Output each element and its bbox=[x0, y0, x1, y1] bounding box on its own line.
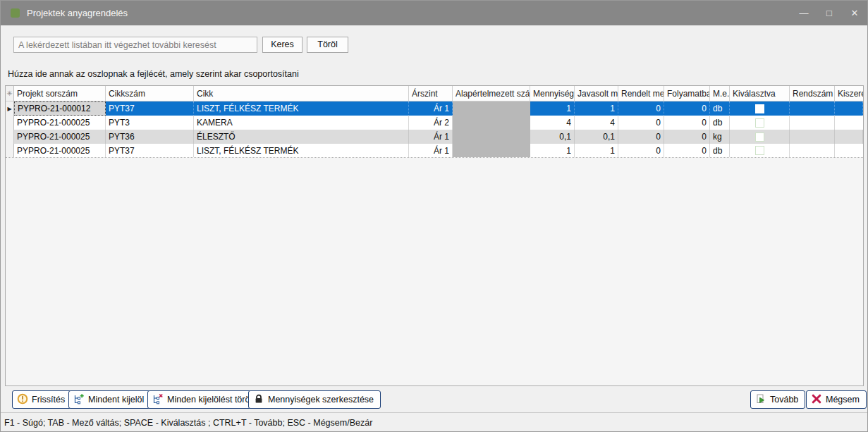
row-checkbox[interactable] bbox=[755, 118, 764, 128]
window-controls: — □ ✕ bbox=[791, 1, 867, 25]
clear-search-button[interactable]: Töröl bbox=[307, 37, 348, 53]
table-row[interactable]: ▶ PYPRO-21-000012 PYT37 LISZT, FÉLKÉSZ T… bbox=[6, 101, 863, 116]
cell-cikk[interactable]: LISZT, FÉLKÉSZ TERMÉK bbox=[194, 144, 409, 157]
search-button[interactable]: Keres bbox=[262, 37, 302, 53]
cell-alapertelmezett-szallito[interactable] bbox=[453, 116, 530, 130]
cell-me[interactable]: db bbox=[710, 144, 730, 157]
cell-cikkszam[interactable]: PYT37 bbox=[106, 144, 194, 157]
cell-alapertelmezett-szallito[interactable] bbox=[453, 101, 530, 116]
cell-rendelt-mennyiseg[interactable]: 0 bbox=[618, 101, 664, 116]
cell-kiszereles[interactable] bbox=[835, 101, 863, 116]
clear-selection-tree-icon bbox=[152, 393, 164, 407]
cell-javasolt-mennyiseg[interactable]: 1 bbox=[575, 101, 618, 116]
cell-projekt-sorszam[interactable]: PYPRO-21-000012 bbox=[14, 101, 106, 116]
cell-kiszereles[interactable] bbox=[835, 116, 863, 130]
column-header-folyamatban[interactable]: Folyamatba bbox=[664, 86, 710, 101]
column-header-rendelt-mennyiseg[interactable]: Rendelt mei bbox=[618, 86, 664, 101]
minimize-button[interactable]: — bbox=[791, 1, 817, 25]
cell-mennyiseg[interactable]: 4 bbox=[530, 116, 575, 130]
cell-me[interactable]: kg bbox=[710, 130, 730, 144]
cell-me[interactable]: db bbox=[710, 101, 730, 116]
cell-arszint[interactable]: Ár 1 bbox=[409, 101, 453, 116]
cell-mennyiseg[interactable]: 1 bbox=[530, 144, 575, 157]
cell-projekt-sorszam[interactable]: PYPRO-21-000025 bbox=[14, 144, 106, 157]
cell-arszint[interactable]: Ár 2 bbox=[409, 116, 453, 130]
cell-folyamatban[interactable]: 0 bbox=[664, 116, 710, 130]
cell-rendszam[interactable] bbox=[790, 101, 835, 116]
next-button[interactable]: Tovább bbox=[750, 390, 805, 409]
titlebar: Projektek anyagrendelés — □ ✕ bbox=[1, 1, 867, 25]
cell-javasolt-mennyiseg[interactable]: 1 bbox=[575, 144, 618, 157]
cell-rendszam[interactable] bbox=[790, 130, 835, 144]
cell-rendelt-mennyiseg[interactable]: 0 bbox=[618, 116, 664, 130]
lock-icon bbox=[253, 393, 264, 407]
cell-javasolt-mennyiseg[interactable]: 4 bbox=[575, 116, 618, 130]
column-header-projekt-sorszam[interactable]: Projekt sorszám bbox=[14, 86, 106, 101]
cell-cikk[interactable]: KAMERA bbox=[194, 116, 409, 130]
column-header-arszint[interactable]: Árszint bbox=[409, 86, 453, 101]
cell-alapertelmezett-szallito[interactable] bbox=[453, 130, 530, 144]
cancel-button[interactable]: Mégsem bbox=[806, 390, 867, 409]
table-row[interactable]: PYPRO-21-000025 PYT37 LISZT, FÉLKÉSZ TER… bbox=[6, 144, 863, 158]
window-title: Projektek anyagrendelés bbox=[27, 8, 128, 18]
select-all-button-label: Mindent kijelöl bbox=[88, 395, 144, 405]
cell-rendelt-mennyiseg[interactable]: 0 bbox=[618, 144, 664, 157]
cell-alapertelmezett-szallito[interactable] bbox=[453, 144, 530, 157]
cell-kiszereles[interactable] bbox=[835, 130, 863, 144]
row-checkbox[interactable] bbox=[755, 132, 764, 142]
cell-folyamatban[interactable]: 0 bbox=[664, 101, 710, 116]
row-checkbox[interactable] bbox=[755, 104, 764, 113]
clear-selection-button-label: Minden kijelölést töröl bbox=[167, 395, 252, 405]
cell-mennyiseg[interactable]: 1 bbox=[530, 101, 575, 116]
column-header-mennyiseg[interactable]: Mennyiség bbox=[530, 86, 575, 101]
clear-selection-button[interactable]: Minden kijelölést töröl bbox=[147, 390, 259, 409]
refresh-button-label: Frissítés bbox=[32, 395, 65, 405]
column-header-alapertelmezett-szallito[interactable]: Alapértelmezett szállí bbox=[453, 86, 530, 101]
cell-javasolt-mennyiseg[interactable]: 0,1 bbox=[575, 130, 618, 144]
cell-cikk[interactable]: ÉLESZTŐ bbox=[194, 130, 409, 144]
close-button[interactable]: ✕ bbox=[842, 1, 867, 25]
column-header-kiszereles[interactable]: Kiszere bbox=[835, 86, 863, 101]
search-input[interactable] bbox=[13, 37, 257, 53]
column-header-cikk[interactable]: Cikk bbox=[194, 86, 409, 101]
cell-kivalasztva bbox=[730, 130, 790, 144]
cell-projekt-sorszam[interactable]: PYPRO-21-000025 bbox=[14, 130, 106, 144]
status-bar: F1 - Súgó; TAB - Mező váltás; SPACE - Ki… bbox=[1, 412, 867, 432]
column-header-kivalasztva[interactable]: Kiválasztva bbox=[730, 86, 790, 101]
cell-cikkszam[interactable]: PYT37 bbox=[106, 101, 194, 116]
cell-rendelt-mennyiseg[interactable]: 0 bbox=[618, 130, 664, 144]
next-button-label: Tovább bbox=[770, 395, 798, 405]
cell-rendszam[interactable] bbox=[790, 116, 835, 130]
row-indicator bbox=[6, 144, 14, 157]
refresh-button[interactable]: Frissítés bbox=[12, 390, 72, 409]
cell-mennyiseg[interactable]: 0,1 bbox=[530, 130, 575, 144]
select-all-button[interactable]: Mindent kijelöl bbox=[68, 390, 151, 409]
cell-kivalasztva bbox=[730, 144, 790, 157]
cell-projekt-sorszam[interactable]: PYPRO-21-000025 bbox=[14, 116, 106, 130]
cell-me[interactable]: db bbox=[710, 116, 730, 130]
table-row[interactable]: PYPRO-21-000025 PYT3 KAMERA Ár 2 4 4 0 0… bbox=[6, 116, 863, 130]
edit-quantities-button[interactable]: Mennyiségek szerkesztése bbox=[248, 390, 381, 409]
cell-folyamatban[interactable]: 0 bbox=[664, 130, 710, 144]
cell-arszint[interactable]: Ár 1 bbox=[409, 144, 453, 157]
cell-arszint[interactable]: Ár 1 bbox=[409, 130, 453, 144]
group-by-hint: Húzza ide annak az oszlopnak a fejlécét,… bbox=[8, 69, 299, 79]
cell-kiszereles[interactable] bbox=[835, 144, 863, 157]
edit-quantities-button-label: Mennyiségek szerkesztése bbox=[268, 395, 374, 405]
table-row[interactable]: PYPRO-21-000025 PYT36 ÉLESZTŐ Ár 1 0,1 0… bbox=[6, 130, 863, 144]
row-checkbox[interactable] bbox=[755, 146, 764, 155]
cell-rendszam[interactable] bbox=[790, 144, 835, 157]
cell-cikkszam[interactable]: PYT36 bbox=[106, 130, 194, 144]
cell-cikk[interactable]: LISZT, FÉLKÉSZ TERMÉK bbox=[194, 101, 409, 116]
column-header-rendszam[interactable]: Rendszám bbox=[790, 86, 835, 101]
cell-kivalasztva bbox=[730, 116, 790, 130]
app-icon bbox=[11, 8, 20, 18]
column-header-cikkszam[interactable]: Cikkszám bbox=[106, 86, 194, 101]
grid-empty-area bbox=[6, 158, 863, 385]
column-header-javasolt-mennyiseg[interactable]: Javasolt me bbox=[575, 86, 618, 101]
maximize-button[interactable]: □ bbox=[817, 1, 842, 25]
column-header-me[interactable]: M.e. bbox=[710, 86, 730, 101]
cancel-x-icon bbox=[811, 393, 822, 407]
cell-cikkszam[interactable]: PYT3 bbox=[106, 116, 194, 130]
cell-folyamatban[interactable]: 0 bbox=[664, 144, 710, 157]
